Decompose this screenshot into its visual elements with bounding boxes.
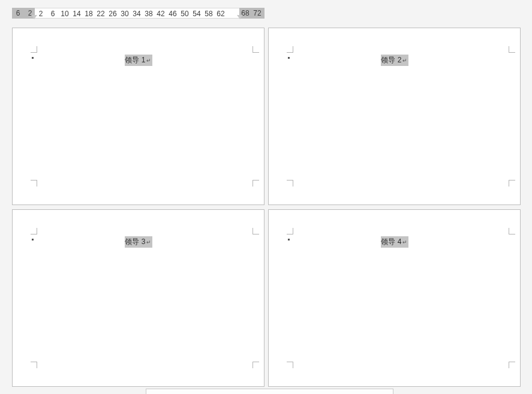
page-heading[interactable]: 领导 3↵ (124, 236, 152, 248)
crop-mark-icon (253, 228, 259, 234)
right-indent-marker-icon[interactable] (237, 15, 243, 19)
ruler-tick: 34 (131, 8, 143, 19)
crop-mark-icon (509, 228, 515, 234)
anchor-dot-icon (32, 239, 34, 240)
document-workspace[interactable]: 领导 1↵ 领导 2↵ 领导 3↵ 领导 4↵ (0, 25, 532, 394)
crop-mark-icon (509, 362, 515, 368)
ruler-tick: 42 (155, 8, 167, 19)
crop-mark-icon (287, 180, 293, 187)
ruler-tick: 58 (203, 8, 215, 19)
ruler-right-margin: 6872 (239, 8, 265, 19)
ruler-tick: 22 (95, 8, 107, 19)
crop-mark-icon (253, 180, 259, 187)
crop-mark-icon (287, 46, 293, 53)
crop-mark-icon (253, 362, 259, 368)
ruler-tick: 18 (83, 8, 95, 19)
ruler-tick: 46 (167, 8, 179, 19)
ruler-tick: 6 (47, 8, 59, 19)
heading-text: 领导 1 (125, 56, 145, 64)
ruler-tick: 50 (179, 8, 191, 19)
ruler-tick: 14 (71, 8, 83, 19)
document-page-4[interactable]: 领导 4↵ (268, 209, 521, 387)
ruler-tick: 62 (215, 8, 227, 19)
page-heading[interactable]: 领导 4↵ (380, 236, 408, 248)
ruler-tick: 26 (107, 8, 119, 19)
ruler-tick: 10 (59, 8, 71, 19)
document-page-2[interactable]: 领导 2↵ (268, 28, 521, 205)
ruler-tick: 6 (12, 8, 24, 19)
page-heading[interactable]: 领导 1↵ (124, 55, 152, 66)
first-line-indent-marker-icon[interactable] (31, 15, 37, 19)
paragraph-mark-icon: ↵ (146, 58, 151, 64)
paragraph-mark-icon: ↵ (402, 239, 407, 245)
status-bar-slot (146, 389, 393, 394)
crop-mark-icon (253, 46, 259, 53)
anchor-dot-icon (288, 239, 290, 240)
ruler-body: 261014182226303438424650545862 (35, 8, 239, 19)
crop-mark-icon (31, 362, 37, 368)
heading-text: 领导 3 (125, 237, 145, 246)
ruler-tick: 54 (191, 8, 203, 19)
heading-text: 领导 2 (381, 56, 401, 64)
crop-mark-icon (31, 46, 37, 53)
paragraph-mark-icon: ↵ (146, 239, 151, 245)
crop-mark-icon (31, 180, 37, 187)
title-bar-placeholder (0, 0, 532, 8)
crop-mark-icon (287, 228, 293, 234)
anchor-dot-icon (288, 57, 290, 59)
ruler-tick: 38 (143, 8, 155, 19)
crop-mark-icon (287, 362, 293, 368)
document-page-1[interactable]: 领导 1↵ (12, 28, 265, 205)
anchor-dot-icon (32, 57, 34, 59)
crop-mark-icon (509, 46, 515, 53)
crop-mark-icon (31, 228, 37, 234)
document-page-3[interactable]: 领导 3↵ (12, 209, 265, 387)
ruler-tick: 72 (251, 8, 263, 19)
page-heading[interactable]: 领导 2↵ (380, 55, 408, 66)
ruler-tick: 30 (119, 8, 131, 19)
horizontal-ruler[interactable]: 62 261014182226303438424650545862 6872 (0, 8, 532, 19)
paragraph-mark-icon: ↵ (402, 58, 407, 64)
crop-mark-icon (509, 180, 515, 187)
heading-text: 领导 4 (381, 237, 401, 246)
